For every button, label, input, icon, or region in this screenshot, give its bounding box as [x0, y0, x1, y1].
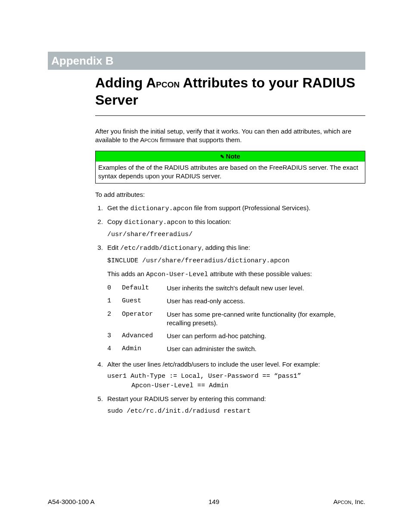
table-row: 2OperatorUser has some pre-canned write … — [107, 308, 365, 330]
footer-right: Apcon, Inc. — [333, 498, 365, 506]
page-footer: A54-3000-100 A 149 Apcon, Inc. — [48, 498, 365, 506]
steps-list: Get the dictionary.apcon file from suppo… — [95, 204, 365, 416]
note-header: ✎Note — [96, 151, 365, 162]
appendix-label: Appendix B — [48, 52, 365, 70]
table-row: 4AdminUser can administer the switch. — [107, 342, 365, 355]
value-index: 0 — [107, 282, 122, 295]
step-3-include-line: $INCLUDE /usr/share/freeradius/dictionar… — [107, 257, 365, 265]
user-level-table: 0DefaultUser inherits the switch's defau… — [107, 282, 365, 356]
page-title: Adding Apcon Attributes to your RADIUS S… — [95, 74, 365, 116]
value-description: User has some pre-canned write functiona… — [167, 308, 365, 330]
step-5-code: sudo /etc/rc.d/init.d/radiusd restart — [107, 407, 365, 416]
table-row: 0DefaultUser inherits the switch's defau… — [107, 282, 365, 295]
value-description: User inherits the switch's default new u… — [167, 282, 365, 295]
step-4-code-line-2: Apcon-User-Level == Admin — [131, 382, 365, 390]
value-name: Operator — [122, 308, 167, 330]
step-3-explain: This adds an Apcon-User-Level attribute … — [107, 270, 365, 279]
value-name: Admin — [122, 342, 167, 355]
value-name: Default — [122, 282, 167, 295]
step-5: Restart your RADIUS server by entering t… — [105, 395, 365, 416]
step-1: Get the dictionary.apcon file from suppo… — [105, 204, 365, 213]
footer-page-number: 149 — [209, 498, 219, 506]
note-body: Examples of the of the RADIUS attributes… — [96, 162, 365, 184]
step-4: Alter the user lines /etc/raddb/users to… — [105, 360, 365, 391]
intro-paragraph: After you finish the initial setup, veri… — [95, 127, 365, 145]
table-row: 1GuestUser has read-only access. — [107, 295, 365, 308]
note-icon: ✎ — [220, 153, 224, 160]
value-name: Guest — [122, 295, 167, 308]
note-callout: ✎Note Examples of the of the RADIUS attr… — [95, 151, 365, 184]
table-row: 3AdvancedUser can perform ad-hoc patchin… — [107, 330, 365, 342]
value-index: 4 — [107, 342, 122, 355]
step-4-code-line-1: user1 Auth-Type := Local, User-Password … — [107, 372, 365, 381]
footer-left: A54-3000-100 A — [48, 498, 94, 506]
value-description: User can administer the switch. — [167, 342, 365, 355]
step-2: Copy dictionary.apcon to this location: … — [105, 218, 365, 240]
value-name: Advanced — [122, 330, 167, 342]
step-3: Edit /etc/raddb/dictionary, adding this … — [105, 243, 365, 355]
value-index: 1 — [107, 295, 122, 308]
value-description: User can perform ad-hoc patching. — [167, 330, 365, 342]
steps-lead-in: To add attributes: — [95, 190, 365, 199]
step-2-path: /usr/share/freeradius/ — [107, 230, 365, 239]
value-index: 3 — [107, 330, 122, 342]
value-index: 2 — [107, 308, 122, 330]
value-description: User has read-only access. — [167, 295, 365, 308]
